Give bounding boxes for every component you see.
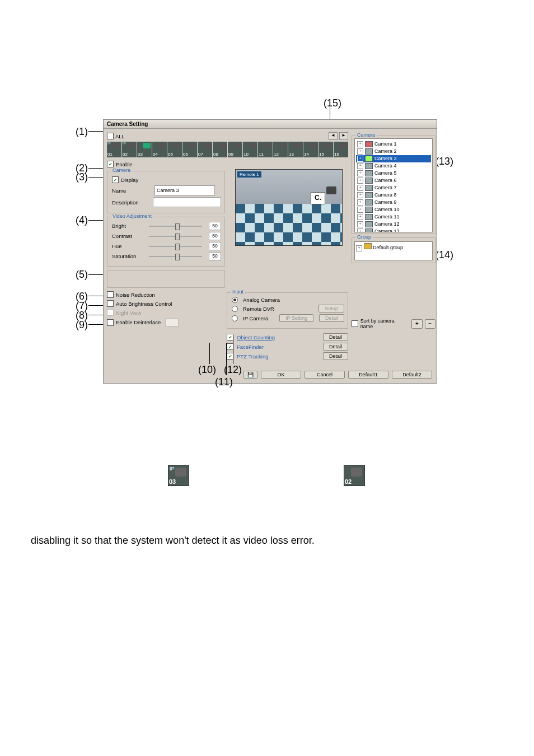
all-checkbox[interactable]	[107, 133, 114, 139]
auto-brightness-checkbox[interactable]	[107, 300, 114, 307]
camera-thumb[interactable]: 03	[137, 142, 152, 157]
setup-button: Setup	[318, 305, 344, 312]
camera-tree[interactable]: +Camera 1 +Camera 2 +Camera 3 +Camera 4 …	[354, 138, 433, 232]
big-icon-ip: 03	[168, 465, 189, 486]
bright-value: 50	[209, 222, 221, 230]
ip-setting-button: IP Setting	[279, 314, 313, 322]
video-adjustment-title: Video Adjustment	[111, 213, 153, 219]
camera-thumb[interactable]: 07	[198, 142, 212, 157]
annotation-9: (9)	[76, 319, 88, 331]
camera-setting-dialog: Camera Setting ALL ◄ ► 01 02 03 04 05 06…	[103, 119, 437, 384]
noise-reduction-label: Noise Reduction	[116, 292, 155, 298]
big-icon-cam: 02	[344, 465, 365, 486]
contrast-slider[interactable]	[149, 236, 202, 237]
saturation-label: Saturation	[112, 253, 142, 259]
annotation-12: (12)	[224, 364, 242, 376]
input-group: Input Analog Camera Remote DVRSetup IP C…	[227, 292, 348, 329]
cancel-button[interactable]: Cancel	[305, 371, 345, 379]
camera-thumb[interactable]: 09	[228, 142, 242, 157]
object-counting-label: Object Counting	[237, 334, 275, 340]
saturation-slider[interactable]	[149, 256, 202, 257]
prev-page-button[interactable]: ◄	[329, 132, 338, 140]
contrast-label: Contrast	[112, 233, 142, 239]
auto-brightness-label: Auto Brightness Control	[116, 301, 172, 307]
enable-checkbox[interactable]: ✔	[107, 161, 114, 167]
contrast-value: 50	[209, 232, 221, 240]
default2-button[interactable]: Default2	[392, 371, 432, 379]
ipcamera-label: IP Camera	[243, 315, 268, 321]
camera-thumb[interactable]: 10	[243, 142, 257, 157]
remotedvr-label: Remote DVR	[243, 306, 274, 312]
default1-button[interactable]: Default1	[348, 371, 388, 379]
description-input[interactable]	[153, 197, 221, 207]
annotation-4: (4)	[76, 214, 88, 226]
group-tree[interactable]: + Default group	[354, 241, 433, 260]
ip-detail-button: Detail	[319, 314, 344, 322]
dialog-title: Camera Setting	[104, 120, 437, 129]
annotation-1: (1)	[76, 126, 88, 138]
ptz-tracking-detail-button[interactable]: Detail	[323, 352, 348, 360]
group-panel: Group + Default group	[352, 237, 435, 263]
next-page-button[interactable]: ►	[339, 132, 348, 140]
deinterlace-value	[165, 318, 179, 326]
night-view-label: Night View	[116, 310, 141, 316]
camera-thumb[interactable]: 13	[288, 142, 303, 157]
annotation-3: (3)	[76, 171, 88, 183]
display-label: Display	[121, 177, 138, 183]
preview-marker: C.	[311, 192, 325, 204]
preview-label: Remote 1	[237, 171, 261, 178]
annotation-5: (5)	[76, 269, 88, 281]
video-adjustment-group: Video Adjustment Bright50 Contrast50 Hue…	[107, 217, 225, 267]
all-label: ALL	[115, 133, 125, 139]
analog-label: Analog Camera	[243, 297, 280, 303]
object-counting-detail-button[interactable]: Detail	[323, 333, 348, 341]
camera-thumb[interactable]: 04	[152, 142, 167, 157]
add-group-button[interactable]: +	[411, 319, 422, 329]
camera-group: Camera ✔ Display Name Description	[107, 171, 225, 213]
leader-line	[233, 335, 233, 364]
description-label: Description	[112, 199, 149, 206]
camera-tree-group: Camera +Camera 1 +Camera 2 +Camera 3 +Ca…	[352, 136, 435, 234]
camera-thumb[interactable]: 02	[122, 142, 137, 157]
enable-label: Enable	[116, 161, 133, 167]
night-view-checkbox	[107, 309, 114, 316]
analog-radio[interactable]	[232, 297, 238, 303]
noise-reduction-checkbox[interactable]	[107, 291, 114, 298]
blank-group	[107, 270, 225, 288]
camera-thumb[interactable]: 05	[167, 142, 182, 157]
name-input[interactable]	[154, 185, 215, 195]
ipcamera-radio[interactable]	[232, 315, 238, 321]
camera-thumb[interactable]: 12	[273, 142, 288, 157]
deinterlace-label: Enable Deinterlace	[116, 319, 161, 325]
bright-slider[interactable]	[149, 226, 202, 227]
saturation-value: 50	[209, 252, 221, 260]
remotedvr-radio[interactable]	[232, 306, 238, 312]
facefinder-label: FaceFinder	[237, 344, 264, 350]
camera-thumb-row: 01 02 03 04 05 06 07 08 09 10 11 12 13 1…	[107, 142, 348, 157]
deinterlace-checkbox[interactable]	[107, 319, 114, 326]
camera-thumb[interactable]: 15	[318, 142, 333, 157]
remove-group-button[interactable]: −	[425, 319, 435, 329]
camera-preview: Remote 1 C.	[235, 169, 343, 246]
snapshot-button[interactable]: 💾	[243, 371, 257, 379]
display-checkbox[interactable]: ✔	[112, 176, 119, 183]
camera-thumb[interactable]: 06	[182, 142, 197, 157]
camera-thumb[interactable]: 14	[303, 142, 318, 157]
camera-thumb[interactable]: 01	[107, 142, 121, 157]
camera-thumb[interactable]: 16	[334, 142, 348, 157]
sort-label: Sort by camera name	[360, 318, 407, 329]
hue-slider[interactable]	[149, 246, 202, 247]
hue-label: Hue	[112, 243, 142, 249]
leader-line	[88, 131, 104, 132]
camera-group-title: Camera	[111, 167, 132, 173]
camera-tree-title: Camera	[355, 132, 377, 138]
hue-value: 50	[209, 242, 221, 250]
sort-checkbox[interactable]	[352, 320, 358, 327]
bright-label: Bright	[112, 223, 142, 229]
camera-thumb[interactable]: 11	[258, 142, 273, 157]
facefinder-detail-button[interactable]: Detail	[323, 343, 348, 351]
ok-button[interactable]: OK	[261, 371, 301, 379]
name-label: Name	[112, 188, 151, 194]
camera-thumb[interactable]: 08	[213, 142, 227, 157]
group-title: Group	[355, 234, 373, 240]
